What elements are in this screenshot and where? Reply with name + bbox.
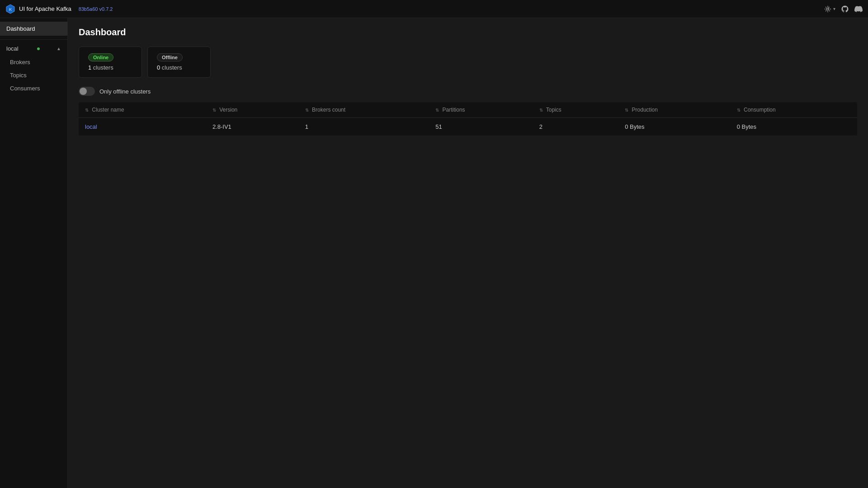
col-production[interactable]: ⇅ Production — [618, 102, 730, 118]
col-partitions[interactable]: ⇅ Partitions — [429, 102, 533, 118]
online-badge: Online — [88, 53, 113, 61]
col-topics[interactable]: ⇅ Topics — [533, 102, 619, 118]
offline-stat-card: Offline 0 clusters — [147, 47, 211, 78]
sidebar-cluster-section: local ▲ Brokers Topics Consumers — [0, 40, 67, 97]
main-layout: Dashboard local ▲ Brokers Topics Consume… — [0, 18, 868, 488]
table-cell-version: 2.8-IV1 — [206, 118, 299, 136]
sort-icon-brokers: ⇅ — [305, 108, 309, 113]
sidebar-section-dashboard: Dashboard — [0, 18, 67, 40]
col-cluster-name[interactable]: ⇅ Cluster name — [79, 102, 206, 118]
cluster-online-dot — [37, 47, 40, 50]
sidebar-item-dashboard[interactable]: Dashboard — [0, 22, 67, 36]
toggle-row: Only offline clusters — [79, 87, 857, 96]
table-cell-production: 0 Bytes — [618, 118, 730, 136]
svg-text:K: K — [9, 7, 12, 12]
sidebar-sub-item-consumers[interactable]: Consumers — [0, 82, 67, 95]
app-title: UI for Apache Kafka — [19, 5, 71, 12]
offline-only-toggle[interactable] — [79, 87, 95, 96]
sidebar: Dashboard local ▲ Brokers Topics Consume… — [0, 18, 68, 488]
col-brokers-count[interactable]: ⇅ Brokers count — [299, 102, 429, 118]
github-button[interactable] — [841, 5, 849, 13]
discord-button[interactable] — [854, 5, 863, 13]
table-cell-topics: 2 — [533, 118, 619, 136]
col-consumption[interactable]: ⇅ Consumption — [731, 102, 857, 118]
sort-icon-consumption: ⇅ — [737, 108, 741, 113]
chevron-up-icon: ▲ — [57, 46, 61, 51]
sort-icon-cluster-name: ⇅ — [85, 108, 89, 113]
sidebar-sub-item-brokers[interactable]: Brokers — [0, 56, 67, 69]
table-cell-partitions: 51 — [429, 118, 533, 136]
sort-icon-topics: ⇅ — [539, 108, 543, 113]
topnav: K UI for Apache Kafka 83b5a60 v0.7.2 ▾ — [0, 0, 868, 18]
kafka-logo-icon: K — [5, 4, 15, 14]
version-badge: 83b5a60 v0.7.2 — [79, 6, 113, 12]
online-count: 1 clusters — [88, 64, 132, 71]
content-area: Dashboard Online 1 clusters Offline 0 cl… — [68, 18, 868, 488]
col-version[interactable]: ⇅ Version — [206, 102, 299, 118]
offline-count: 0 clusters — [157, 64, 201, 71]
table-cell-consumption: 0 Bytes — [731, 118, 857, 136]
table-cell-cluster_name: local — [79, 118, 206, 136]
cluster-name: local — [6, 45, 19, 52]
sort-icon-production: ⇅ — [625, 108, 628, 113]
toggle-label: Only offline clusters — [99, 88, 151, 95]
logo-area: K UI for Apache Kafka 83b5a60 v0.7.2 — [5, 4, 113, 14]
cluster-table: ⇅ Cluster name ⇅ Version ⇅ Brokers count… — [79, 102, 857, 136]
table-header: ⇅ Cluster name ⇅ Version ⇅ Brokers count… — [79, 102, 857, 118]
sort-icon-partitions: ⇅ — [435, 108, 439, 113]
cluster-stats: Online 1 clusters Offline 0 clusters — [79, 47, 857, 78]
toggle-knob — [80, 88, 87, 95]
online-stat-card: Online 1 clusters — [79, 47, 142, 78]
table-cell-brokers_count: 1 — [299, 118, 429, 136]
page-title: Dashboard — [79, 27, 857, 38]
sort-icon-version: ⇅ — [212, 108, 216, 113]
offline-badge: Offline — [157, 53, 183, 61]
table-row[interactable]: local2.8-IV115120 Bytes0 Bytes — [79, 118, 857, 136]
settings-button[interactable]: ▾ — [824, 5, 835, 13]
table-body: local2.8-IV115120 Bytes0 Bytes — [79, 118, 857, 136]
sidebar-cluster-header[interactable]: local ▲ — [0, 42, 67, 56]
nav-right: ▾ — [824, 5, 863, 13]
table-header-row: ⇅ Cluster name ⇅ Version ⇅ Brokers count… — [79, 102, 857, 118]
svg-point-2 — [827, 8, 829, 10]
sidebar-sub-item-topics[interactable]: Topics — [0, 69, 67, 82]
